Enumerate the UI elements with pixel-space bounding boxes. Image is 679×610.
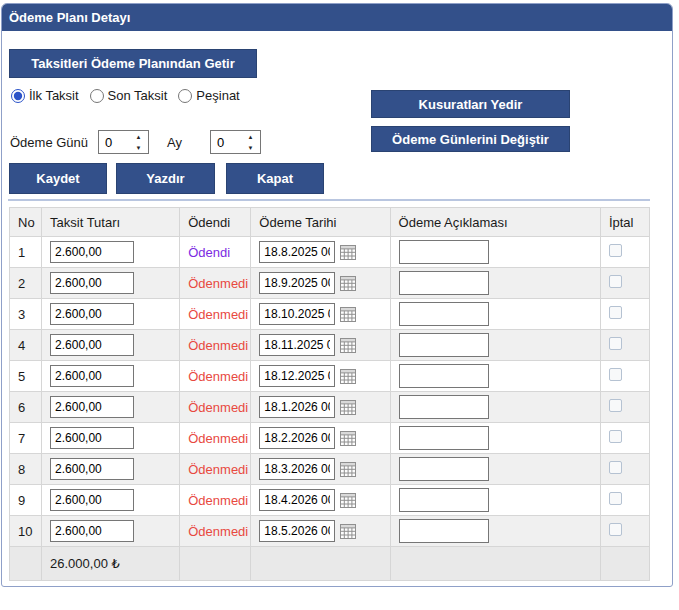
spin-down-icon[interactable]: ▼ [242, 142, 259, 153]
status-cell: Ödenmedi [180, 361, 251, 392]
amount-cell [42, 423, 180, 454]
payment-description-input[interactable] [399, 426, 489, 450]
radio-pesinat[interactable]: Peşinat [178, 88, 239, 103]
month-stepper[interactable]: ▲ ▼ [210, 130, 261, 154]
amount-input[interactable] [50, 520, 134, 542]
amount-input[interactable] [50, 365, 134, 387]
table-row: 7 Ödenmedi [10, 423, 650, 454]
table-row: 10 Ödenmedi [10, 516, 650, 547]
col-description: Ödeme Açıklaması [390, 208, 600, 237]
payment-date-input[interactable] [259, 458, 335, 480]
month-arrows: ▲ ▼ [241, 131, 259, 153]
payment-description-input[interactable] [399, 457, 489, 481]
amount-input[interactable] [50, 427, 134, 449]
payment-description-input[interactable] [399, 333, 489, 357]
payment-day-label: Ödeme Günü [10, 135, 88, 150]
spin-down-icon[interactable]: ▼ [130, 142, 147, 153]
change-payment-days-button[interactable]: Ödeme Günlerini Değiştir [371, 126, 570, 152]
payment-description-input[interactable] [399, 488, 489, 512]
date-cell [251, 516, 390, 547]
payment-date-input[interactable] [259, 489, 335, 511]
cancel-cell [600, 299, 649, 330]
payment-description-input[interactable] [399, 271, 489, 295]
separator-line [8, 199, 650, 201]
date-cell [251, 423, 390, 454]
calendar-icon[interactable] [340, 307, 356, 322]
radio-son-taksit[interactable]: Son Taksit [90, 88, 168, 103]
amount-input[interactable] [50, 489, 134, 511]
status-cell: Ödenmedi [180, 423, 251, 454]
spin-up-icon[interactable]: ▲ [130, 131, 147, 142]
cancel-cell [600, 330, 649, 361]
radio-ilk-taksit[interactable]: İlk Taksit [11, 88, 79, 103]
calendar-icon[interactable] [340, 400, 356, 415]
amount-input[interactable] [50, 334, 134, 356]
payment-description-input[interactable] [399, 519, 489, 543]
payment-date-input[interactable] [259, 303, 335, 325]
close-button[interactable]: Kapat [226, 163, 324, 194]
description-cell [390, 361, 600, 392]
col-no: No [10, 208, 42, 237]
description-cell [390, 237, 600, 268]
description-cell [390, 330, 600, 361]
date-cell [251, 330, 390, 361]
cancel-checkbox [609, 337, 622, 350]
payment-description-input[interactable] [399, 240, 489, 264]
date-cell [251, 361, 390, 392]
son-taksit-radio[interactable] [90, 89, 104, 103]
payment-description-input[interactable] [399, 302, 489, 326]
print-button[interactable]: Yazdır [116, 163, 215, 194]
table-row: 2 Ödenmedi [10, 268, 650, 299]
amount-input[interactable] [50, 241, 134, 263]
calendar-icon[interactable] [340, 524, 356, 539]
cancel-cell [600, 516, 649, 547]
payment-date-input[interactable] [259, 241, 335, 263]
status-badge: Ödenmedi [188, 307, 248, 322]
payment-day-input[interactable] [99, 131, 129, 153]
cancel-cell [600, 268, 649, 299]
amount-input[interactable] [50, 396, 134, 418]
payment-date-input[interactable] [259, 272, 335, 294]
status-cell: Ödenmedi [180, 268, 251, 299]
calendar-icon[interactable] [340, 245, 356, 260]
payment-description-input[interactable] [399, 395, 489, 419]
ilk-taksit-radio[interactable] [11, 89, 25, 103]
payment-date-input[interactable] [259, 334, 335, 356]
month-input[interactable] [211, 131, 241, 153]
calendar-icon[interactable] [340, 369, 356, 384]
payment-date-input[interactable] [259, 520, 335, 542]
calendar-icon[interactable] [340, 338, 356, 353]
spin-up-icon[interactable]: ▲ [242, 131, 259, 142]
date-cell [251, 299, 390, 330]
calendar-icon[interactable] [340, 431, 356, 446]
table-row: 3 Ödenmedi [10, 299, 650, 330]
round-fractions-button[interactable]: Kusuratları Yedir [371, 90, 570, 118]
payment-date-input[interactable] [259, 427, 335, 449]
row-number: 9 [10, 485, 42, 516]
date-cell [251, 392, 390, 423]
installments-table: No Taksit Tutarı Ödendi Ödeme Tarihi Öde… [9, 207, 650, 581]
calendar-icon[interactable] [340, 493, 356, 508]
payment-date-input[interactable] [259, 365, 335, 387]
payment-description-input[interactable] [399, 364, 489, 388]
cancel-checkbox [609, 399, 622, 412]
calendar-icon[interactable] [340, 462, 356, 477]
calendar-icon[interactable] [340, 276, 356, 291]
pesinat-radio[interactable] [178, 89, 192, 103]
installment-type-radio-group: İlk Taksit Son Taksit Peşinat [11, 88, 240, 103]
payment-day-stepper[interactable]: ▲ ▼ [98, 130, 149, 154]
payment-date-input[interactable] [259, 396, 335, 418]
table-row: 9 Ödenmedi [10, 485, 650, 516]
save-button[interactable]: Kaydet [9, 163, 107, 194]
row-number: 8 [10, 454, 42, 485]
payment-day-row: Ödeme Günü ▲ ▼ Ay ▲ ▼ [10, 130, 261, 154]
amount-input[interactable] [50, 272, 134, 294]
row-number: 1 [10, 237, 42, 268]
cancel-checkbox [609, 368, 622, 381]
amount-input[interactable] [50, 458, 134, 480]
date-cell [251, 454, 390, 485]
amount-input[interactable] [50, 303, 134, 325]
date-cell [251, 268, 390, 299]
fetch-installments-button[interactable]: Taksitleri Ödeme Planından Getir [9, 49, 257, 78]
col-amount: Taksit Tutarı [42, 208, 180, 237]
